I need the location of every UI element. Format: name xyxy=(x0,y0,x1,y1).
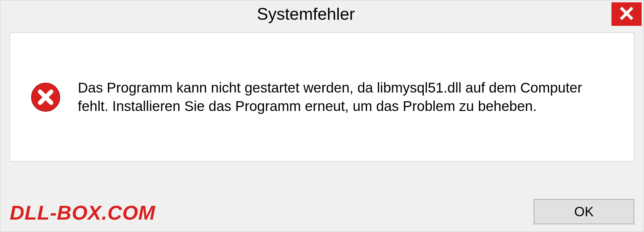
dialog-title: Systemfehler xyxy=(0,0,611,24)
ok-button[interactable]: OK xyxy=(534,199,634,224)
error-message: Das Programm kann nicht gestartet werden… xyxy=(78,79,614,115)
title-bar: Systemfehler xyxy=(0,0,644,30)
ok-button-label: OK xyxy=(574,204,594,219)
close-icon xyxy=(619,5,635,23)
watermark-text: DLL-BOX.COM xyxy=(10,201,155,224)
error-dialog: Systemfehler Das Programm kann nicht ges… xyxy=(0,0,644,232)
close-button[interactable] xyxy=(611,2,642,26)
footer: DLL-BOX.COM OK xyxy=(10,199,634,224)
content-box: Das Programm kann nicht gestartet werden… xyxy=(10,33,634,162)
error-icon xyxy=(30,82,61,113)
